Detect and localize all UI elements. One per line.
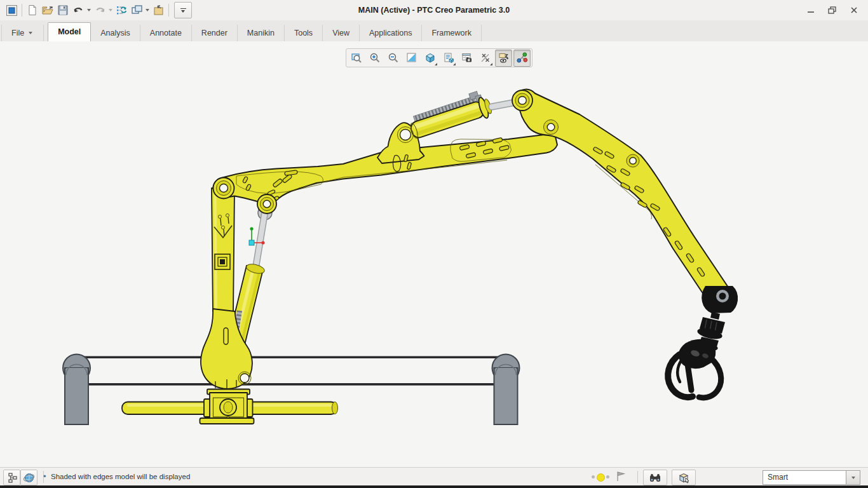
annotation-display-button[interactable] — [495, 50, 512, 67]
undo-dropdown-caret[interactable] — [87, 9, 91, 11]
tab-framework[interactable]: Framework — [422, 25, 482, 41]
tab-view[interactable]: View — [323, 25, 360, 41]
tab-render[interactable]: Render — [192, 25, 238, 41]
right-post — [492, 355, 520, 425]
close-button[interactable] — [849, 5, 859, 15]
status-bar: • Shaded with edges model will be displa… — [0, 467, 868, 486]
new-file-button[interactable] — [25, 3, 40, 18]
regenerate-button[interactable] — [114, 3, 129, 18]
tab-annotate[interactable]: Annotate — [140, 25, 192, 41]
open-file-button[interactable] — [40, 3, 55, 18]
binoculars-icon — [649, 473, 661, 483]
regeneration-indicator[interactable] — [597, 473, 605, 482]
separator — [22, 4, 22, 17]
tab-file[interactable]: File — [1, 25, 44, 41]
foot-pin-hole — [240, 374, 249, 383]
quick-access-toolbar — [4, 3, 192, 18]
notifications-flag-icon[interactable] — [615, 470, 627, 483]
file-menu-caret — [29, 32, 32, 34]
undo-button[interactable] — [71, 3, 86, 18]
tab-applications[interactable]: Applications — [360, 25, 422, 41]
bracket-pin-hole — [398, 127, 414, 143]
upper-cylinder — [406, 88, 494, 142]
minimize-button[interactable] — [806, 5, 816, 15]
progress-dot — [592, 475, 595, 478]
progress-dot — [606, 475, 609, 478]
window-dropdown-caret[interactable] — [146, 9, 149, 11]
window-bottom-edge — [0, 485, 868, 488]
select-geometry-button[interactable] — [672, 470, 696, 485]
status-bullet: • — [43, 468, 46, 486]
status-message: Shaded with edges model will be displaye… — [51, 468, 190, 486]
refit-button[interactable] — [348, 50, 365, 67]
crane-assembly-model[interactable] — [0, 41, 868, 467]
saved-orientations-button[interactable] — [440, 50, 457, 67]
find-button[interactable] — [643, 470, 667, 485]
window-controls — [806, 5, 859, 15]
separator — [637, 471, 638, 483]
model-tree-icon — [6, 472, 18, 484]
arm-middle-pin — [627, 154, 639, 167]
save-button[interactable] — [55, 3, 71, 18]
redo-dropdown-caret[interactable] — [109, 9, 112, 11]
selection-filter-value: Smart — [768, 471, 788, 484]
spin-center-button[interactable] — [513, 50, 531, 67]
boom-link-pivot — [257, 194, 276, 214]
zoom-out-button[interactable] — [384, 50, 402, 67]
view-manager-button[interactable] — [458, 50, 475, 67]
customize-qat-dropdown[interactable] — [174, 2, 192, 18]
outer-arm — [512, 90, 731, 308]
repaint-button[interactable] — [403, 50, 420, 67]
pedestal-flange — [200, 418, 254, 424]
ribbon-tab-bar: File Model Analysis Annotate Render Mani… — [0, 20, 868, 42]
left-post — [63, 355, 90, 425]
tab-manikin[interactable]: Manikin — [238, 25, 285, 41]
window-cascade-button[interactable] — [129, 3, 144, 18]
tab-tools[interactable]: Tools — [285, 25, 323, 41]
redo-button[interactable] — [92, 3, 107, 18]
zoom-in-button[interactable] — [366, 50, 383, 67]
web-browser-icon — [23, 471, 35, 484]
tab-analysis[interactable]: Analysis — [91, 25, 140, 41]
web-browser-toggle[interactable] — [20, 470, 37, 485]
arm-top-pin — [512, 90, 532, 111]
pedestal — [200, 390, 254, 424]
tab-model[interactable]: Model — [48, 22, 91, 42]
model-tree-toggle[interactable] — [3, 470, 20, 485]
close-window-button[interactable] — [151, 3, 166, 18]
boom-main-pivot — [214, 178, 234, 199]
in-graphics-toolbar — [346, 48, 532, 67]
creo-parametric-window: MAIN (Active) - PTC Creo Parametric 3.0 — [0, 0, 868, 488]
mast-column — [212, 188, 234, 313]
geometry-box-icon — [678, 472, 690, 484]
arm-second-pin — [544, 120, 559, 135]
separator — [168, 4, 169, 17]
title-bar: MAIN (Active) - PTC Creo Parametric 3.0 — [0, 0, 868, 20]
display-style-button[interactable] — [421, 50, 438, 67]
datum-display-filters-button[interactable] — [477, 50, 494, 67]
frame-rails — [76, 356, 506, 386]
main-boom — [214, 134, 558, 204]
selection-filter-combo[interactable]: Smart — [763, 470, 860, 485]
selection-filter-dropdown[interactable] — [846, 471, 860, 484]
app-window-icon[interactable] — [4, 3, 19, 18]
graphics-area[interactable] — [0, 41, 868, 467]
restore-button[interactable] — [827, 5, 837, 15]
grapple-assembly — [668, 286, 738, 398]
